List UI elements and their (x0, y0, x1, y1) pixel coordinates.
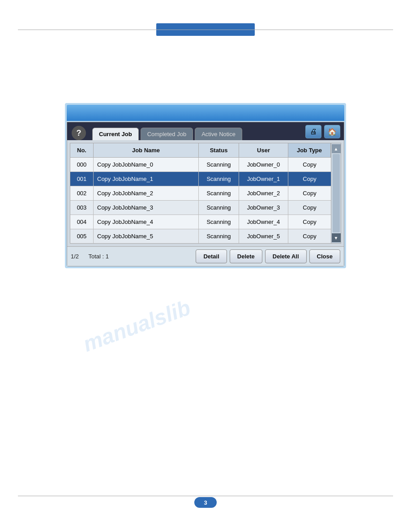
cell-user-4: JobOwner_4 (239, 215, 288, 229)
cell-user-3: JobOwner_3 (239, 201, 288, 215)
scroll-up-icon: ▲ (334, 146, 338, 151)
dialog-bottom: 1/2 Total : 1 Detail Delete Delete All C… (67, 246, 344, 266)
table-main: No. Job Name Status User Job Type 000 Co… (70, 143, 331, 243)
dialog-header-bar (67, 105, 344, 121)
scroll-up-button[interactable]: ▲ (332, 144, 341, 153)
cell-user-0: JobOwner_0 (239, 158, 288, 172)
delete-button[interactable]: Delete (230, 249, 262, 263)
cell-jobtype-2: Copy (288, 186, 331, 200)
scrollbar: ▲ ▼ (331, 143, 341, 243)
job-table: No. Job Name Status User Job Type 000 Co… (70, 143, 341, 244)
col-header-status: Status (199, 143, 239, 157)
table-rows-area: 000 Copy JobJobName_0 Scanning JobOwner_… (70, 158, 331, 243)
cell-jobtype-1: Copy (288, 172, 331, 186)
table-row[interactable]: 000 Copy JobJobName_0 Scanning JobOwner_… (70, 158, 331, 172)
col-header-no: No. (70, 143, 94, 157)
cell-user-5: JobOwner_5 (239, 229, 288, 243)
cell-name-1: Copy JobJobName_1 (94, 172, 199, 186)
scroll-down-icon: ▼ (334, 236, 338, 240)
tab-current-job[interactable]: Current Job (92, 128, 139, 140)
home-icon: 🏠 (328, 128, 337, 136)
col-header-jobtype: Job Type (288, 143, 331, 157)
bottom-horizontal-line (18, 496, 393, 496)
printer-button[interactable]: 🖨 (305, 125, 321, 138)
cell-status-0: Scanning (199, 158, 239, 172)
cell-no-3: 003 (70, 201, 94, 215)
scroll-thumb[interactable] (333, 154, 340, 232)
table-row[interactable]: 003 Copy JobJobName_3 Scanning JobOwner_… (70, 201, 331, 215)
home-button[interactable]: 🏠 (324, 125, 340, 138)
table-row[interactable]: 001 Copy JobJobName_1 Scanning JobOwner_… (70, 172, 331, 186)
cell-name-3: Copy JobJobName_3 (94, 201, 199, 215)
dialog-title-row: ? Current Job Completed Job Active Notic… (67, 122, 344, 140)
cell-user-2: JobOwner_2 (239, 186, 288, 200)
cell-status-5: Scanning (199, 229, 239, 243)
cell-status-2: Scanning (199, 186, 239, 200)
close-button[interactable]: Close (309, 249, 340, 263)
cell-jobtype-4: Copy (288, 215, 331, 229)
col-header-user: User (239, 143, 288, 157)
printer-icon: 🖨 (310, 128, 317, 136)
dialog-title-icons: 🖨 🏠 (305, 125, 340, 140)
page-number-badge: 3 (194, 497, 217, 508)
col-header-name: Job Name (94, 143, 199, 157)
table-header: No. Job Name Status User Job Type (70, 143, 331, 158)
cell-jobtype-3: Copy (288, 201, 331, 215)
cell-name-0: Copy JobJobName_0 (94, 158, 199, 172)
cell-status-1: Scanning (199, 172, 239, 186)
page-info: 1/2 Total : 1 (71, 253, 124, 260)
scroll-down-button[interactable]: ▼ (332, 233, 341, 242)
tab-active-notice[interactable]: Active Notice (195, 128, 242, 140)
page-number-text: 3 (204, 499, 207, 506)
cell-jobtype-5: Copy (288, 229, 331, 243)
cell-no-4: 004 (70, 215, 94, 229)
cell-name-5: Copy JobJobName_5 (94, 229, 199, 243)
table-row[interactable]: 004 Copy JobJobName_4 Scanning JobOwner_… (70, 215, 331, 229)
cell-user-1: JobOwner_1 (239, 172, 288, 186)
cell-no-0: 000 (70, 158, 94, 172)
cell-status-4: Scanning (199, 215, 239, 229)
dialog-inner: ? Current Job Completed Job Active Notic… (67, 122, 344, 266)
detail-button[interactable]: Detail (196, 249, 227, 263)
delete-all-button[interactable]: Delete All (265, 249, 307, 263)
cell-jobtype-0: Copy (288, 158, 331, 172)
cell-no-5: 005 (70, 229, 94, 243)
cell-name-2: Copy JobJobName_2 (94, 186, 199, 200)
table-row[interactable]: 002 Copy JobJobName_2 Scanning JobOwner_… (70, 186, 331, 201)
tab-completed-job[interactable]: Completed Job (141, 128, 193, 140)
cell-no-2: 002 (70, 186, 94, 200)
help-icon[interactable]: ? (72, 126, 86, 140)
table-row[interactable]: 005 Copy JobJobName_5 Scanning JobOwner_… (70, 229, 331, 243)
cell-no-1: 001 (70, 172, 94, 186)
main-dialog: ? Current Job Completed Job Active Notic… (65, 103, 346, 268)
watermark-text: manualslib (80, 295, 193, 356)
top-horizontal-line (18, 30, 393, 30)
cell-status-3: Scanning (199, 201, 239, 215)
cell-name-4: Copy JobJobName_4 (94, 215, 199, 229)
